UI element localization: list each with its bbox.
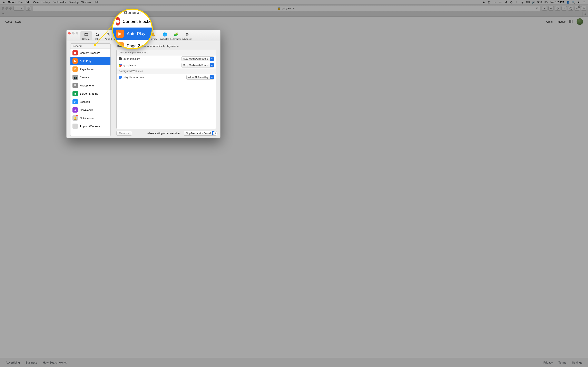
camera-icon: 📷 bbox=[72, 75, 78, 80]
prefs-tab-tabs[interactable]: 🗂Tabs bbox=[92, 31, 103, 40]
popup-icon: ❐ bbox=[72, 124, 78, 129]
macos-menubar: Safari File Edit View History Bookmarks … bbox=[0, 0, 294, 4]
screen-sharing-icon: ▣ bbox=[72, 91, 78, 96]
sidebar-item-camera[interactable]: 📷 Camera bbox=[70, 73, 111, 81]
prefs-main-panel: Allow the websites below to automaticall… bbox=[111, 42, 220, 138]
address-bar[interactable]: 🔒 google.com ⟳ bbox=[33, 6, 294, 11]
prefs-tab-general[interactable]: 🗔General bbox=[80, 31, 92, 40]
menu-bookmarks[interactable]: Bookmarks bbox=[53, 1, 66, 4]
window-traffic-lights bbox=[2, 7, 12, 9]
magnifier-callout: General ⬣ Content Blockers ▶ Auto-Play ⊕… bbox=[112, 8, 153, 49]
help-button[interactable]: ? bbox=[213, 131, 217, 136]
lock-icon: 🔒 bbox=[277, 7, 281, 10]
pinned-tab-icon[interactable]: ◠ bbox=[0, 12, 6, 17]
prefs-zoom-button[interactable] bbox=[76, 32, 78, 34]
menu-window[interactable]: Window bbox=[81, 1, 91, 4]
traffic-minimize[interactable] bbox=[6, 7, 8, 9]
stop-icon: ⬣ bbox=[72, 50, 78, 55]
stop-icon: ⬣ bbox=[116, 17, 120, 25]
sidebar-item-downloads[interactable]: ⬇ Downloads bbox=[70, 106, 111, 114]
menu-history[interactable]: History bbox=[42, 1, 50, 4]
menu-help[interactable]: Help bbox=[94, 1, 99, 4]
default-policy-label: When visiting other websites: bbox=[147, 132, 181, 135]
play-icon: ▶ bbox=[116, 30, 124, 38]
google-about-link[interactable]: About bbox=[5, 20, 12, 23]
magnifier-item-auto-play: ▶ Auto-Play bbox=[113, 27, 152, 40]
favicon-icon bbox=[119, 76, 122, 79]
safari-toolbar: ‹ › ▥ 🔒 google.com ⟳ ☁ ℎ ◑ ⇪ ◯ ••• ⧉ bbox=[0, 4, 294, 12]
download-icon: ⬇ bbox=[72, 107, 78, 113]
play-icon: ▶ bbox=[72, 58, 78, 64]
sidebar-item-notifications[interactable]: 🔔 Notifications bbox=[70, 114, 111, 122]
menu-file[interactable]: File bbox=[18, 1, 23, 4]
autoplay-policy-select[interactable]: Stop Media with Sound bbox=[182, 63, 214, 67]
notification-badge-icon bbox=[76, 115, 78, 117]
traffic-zoom[interactable] bbox=[9, 7, 12, 9]
website-row[interactable]: play.hbonow.com Allow All Auto-Play bbox=[117, 74, 216, 81]
sidebar-item-page-zoom[interactable]: ⊕ Page Zoom bbox=[70, 65, 111, 73]
favicon-icon bbox=[119, 57, 122, 60]
google-store-link[interactable]: Store bbox=[15, 20, 21, 23]
nav-back-button[interactable]: ‹ bbox=[13, 6, 19, 11]
magnifier-item-content-blockers: ⬣ Content Blockers bbox=[113, 15, 152, 27]
sidebar-toggle-button[interactable]: ▥ bbox=[26, 6, 31, 11]
sidebar-item-location[interactable]: ➤ Location bbox=[70, 98, 111, 106]
prefs-tab-advanced[interactable]: ⚙Advanced bbox=[182, 31, 193, 40]
apple-logo-icon[interactable] bbox=[2, 1, 5, 4]
menubar-app-name[interactable]: Safari bbox=[8, 1, 16, 4]
section-configured-websites: Configured Websites bbox=[117, 68, 216, 74]
prefs-sidebar: General ⬣ Content Blockers ▶ Auto-Play ⊕… bbox=[70, 43, 111, 136]
sidebar-item-popup-windows[interactable]: ❐ Pop-up Windows bbox=[70, 122, 111, 130]
prefs-minimize-button[interactable] bbox=[72, 32, 75, 34]
sidebar-section-header: General bbox=[70, 44, 111, 49]
microphone-icon: 🎙 bbox=[72, 83, 78, 88]
website-row[interactable]: google.com Stop Media with Sound bbox=[117, 62, 216, 68]
prefs-tab-websites[interactable]: 🌐Websites bbox=[159, 31, 170, 40]
prefs-close-button[interactable] bbox=[68, 32, 71, 34]
sidebar-item-content-blockers[interactable]: ⬣ Content Blockers bbox=[70, 49, 111, 57]
default-policy-select[interactable]: Stop Media with Sound bbox=[184, 131, 216, 136]
sidebar-item-microphone[interactable]: 🎙 Microphone bbox=[70, 81, 111, 90]
traffic-close[interactable] bbox=[2, 7, 4, 9]
zoom-icon: ⊕ bbox=[72, 67, 78, 72]
websites-list: Currently Open Websites auphonic.com Sto… bbox=[116, 50, 216, 129]
website-row[interactable]: auphonic.com Stop Media with Sound bbox=[117, 55, 216, 62]
location-icon: ➤ bbox=[72, 99, 78, 104]
address-bar-text: google.com bbox=[282, 7, 294, 10]
menu-develop[interactable]: Develop bbox=[69, 1, 79, 4]
menu-view[interactable]: View bbox=[33, 1, 39, 4]
menu-edit[interactable]: Edit bbox=[26, 1, 30, 4]
favicon-icon bbox=[119, 64, 122, 67]
section-open-websites: Currently Open Websites bbox=[117, 50, 216, 55]
prefs-tab-extensions[interactable]: 🧩Extensions bbox=[170, 31, 182, 40]
remove-button[interactable]: Remove bbox=[116, 131, 132, 136]
autoplay-policy-select[interactable]: Allow All Auto-Play bbox=[186, 75, 214, 80]
sidebar-item-screen-sharing[interactable]: ▣ Screen Sharing bbox=[70, 90, 111, 98]
nav-forward-button[interactable]: › bbox=[19, 6, 24, 11]
autoplay-policy-select[interactable]: Stop Media with Sound bbox=[182, 57, 214, 61]
sidebar-item-auto-play[interactable]: ▶ Auto-Play bbox=[70, 57, 111, 65]
